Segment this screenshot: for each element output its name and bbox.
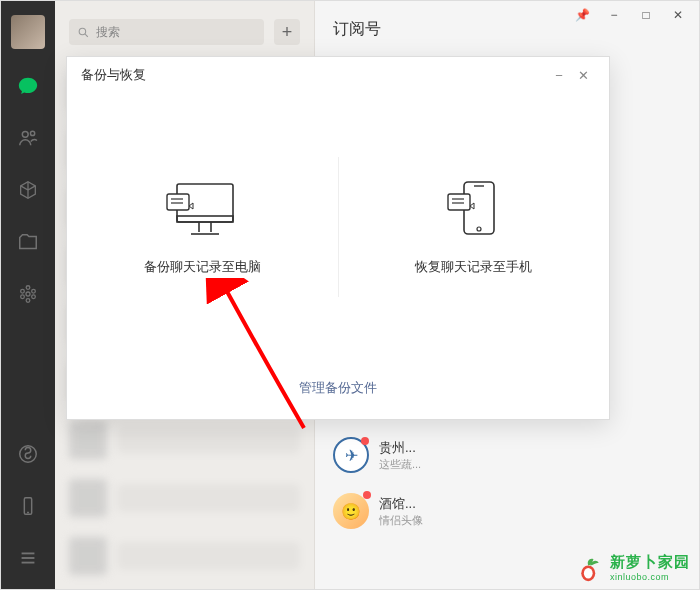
backup-to-pc-option[interactable]: 备份聊天记录至电脑 bbox=[67, 178, 338, 276]
svg-point-7 bbox=[21, 295, 25, 299]
conversation-preview: 这些蔬... bbox=[379, 457, 421, 472]
restore-label: 恢复聊天记录至手机 bbox=[415, 258, 532, 276]
restore-to-phone-option[interactable]: 恢复聊天记录至手机 bbox=[339, 178, 610, 276]
conversation-item[interactable]: ✈ 贵州... 这些蔬... bbox=[315, 427, 699, 483]
svg-point-2 bbox=[26, 292, 30, 296]
conversation-item[interactable]: 🙂 酒馆... 情侣头像 bbox=[315, 483, 699, 539]
conversation-avatar: ✈ bbox=[333, 437, 369, 473]
contacts-icon[interactable] bbox=[17, 127, 39, 153]
dialog-close[interactable]: ✕ bbox=[571, 68, 595, 83]
backup-label: 备份聊天记录至电脑 bbox=[144, 258, 261, 276]
watermark-name: 新萝卜家园 bbox=[610, 553, 690, 572]
svg-rect-28 bbox=[448, 194, 470, 210]
miniprogram-icon[interactable] bbox=[17, 443, 39, 469]
svg-rect-18 bbox=[177, 216, 233, 222]
phone-icon bbox=[444, 178, 504, 240]
window-controls: 📌 − □ ✕ bbox=[560, 0, 700, 30]
svg-point-5 bbox=[32, 295, 36, 299]
maximize-button[interactable]: □ bbox=[638, 8, 654, 22]
pin-icon[interactable]: 📌 bbox=[574, 8, 590, 22]
conversation-name: 酒馆... bbox=[379, 495, 423, 513]
svg-rect-22 bbox=[167, 194, 189, 210]
svg-point-15 bbox=[79, 28, 86, 35]
computer-icon bbox=[163, 178, 241, 240]
chat-icon[interactable] bbox=[17, 75, 39, 101]
svg-point-6 bbox=[26, 299, 30, 303]
close-button[interactable]: ✕ bbox=[670, 8, 686, 22]
watermark-domain: xinluobo.com bbox=[610, 572, 690, 582]
sidebar bbox=[1, 1, 55, 589]
svg-point-0 bbox=[22, 131, 28, 137]
conversation-name: 贵州... bbox=[379, 439, 421, 457]
phone-icon[interactable] bbox=[17, 495, 39, 521]
conversation-avatar: 🙂 bbox=[333, 493, 369, 529]
svg-point-1 bbox=[30, 131, 34, 135]
svg-line-16 bbox=[85, 34, 88, 37]
svg-point-4 bbox=[32, 289, 36, 293]
files-icon[interactable] bbox=[17, 231, 39, 257]
carrot-icon bbox=[576, 554, 604, 582]
add-button[interactable]: + bbox=[274, 19, 300, 45]
conversation-preview: 情侣头像 bbox=[379, 513, 423, 528]
search-placeholder: 搜索 bbox=[96, 24, 120, 41]
dialog-title: 备份与恢复 bbox=[81, 66, 146, 84]
page-title: 订阅号 bbox=[333, 19, 381, 40]
backup-restore-dialog: 备份与恢复 − ✕ 备份聊天记录至电脑 bbox=[66, 56, 610, 420]
svg-point-27 bbox=[477, 227, 481, 231]
minimize-button[interactable]: − bbox=[606, 8, 622, 22]
avatar[interactable] bbox=[11, 15, 45, 49]
watermark: 新萝卜家园 xinluobo.com bbox=[576, 553, 690, 582]
favorites-icon[interactable] bbox=[17, 179, 39, 205]
svg-point-8 bbox=[21, 289, 25, 293]
dialog-minimize[interactable]: − bbox=[547, 68, 571, 83]
svg-point-3 bbox=[26, 286, 30, 290]
manage-backups-link[interactable]: 管理备份文件 bbox=[299, 380, 377, 395]
svg-point-32 bbox=[584, 568, 593, 579]
menu-icon[interactable] bbox=[17, 547, 39, 573]
moments-icon[interactable] bbox=[17, 283, 39, 309]
search-input[interactable]: 搜索 bbox=[69, 19, 264, 45]
